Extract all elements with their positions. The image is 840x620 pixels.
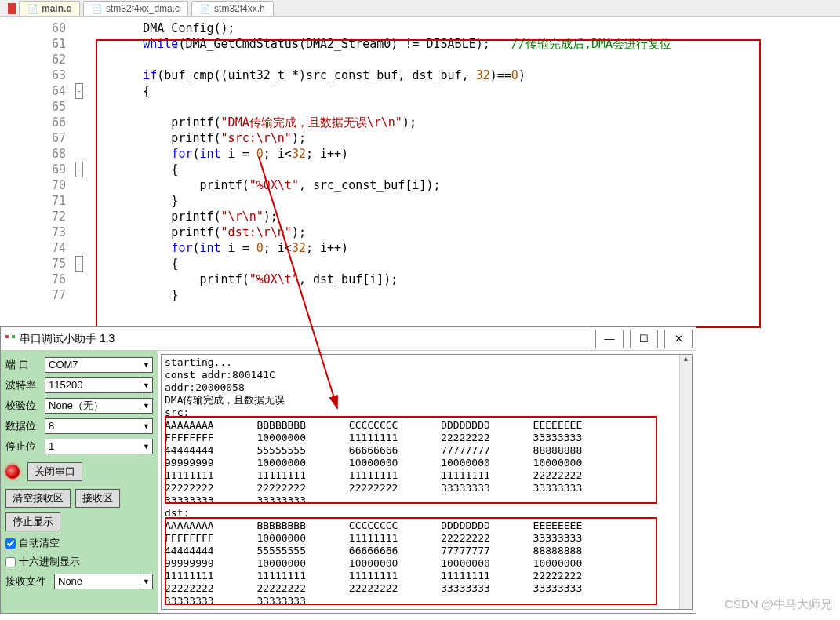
serial-output-panel[interactable]: starting... const addr:800141C addr:2000…	[161, 354, 693, 610]
serial-app-icon	[4, 334, 15, 345]
chevron-down-icon[interactable]: ▼	[140, 378, 152, 392]
hex-display-checkbox[interactable]	[5, 557, 16, 567]
chevron-down-icon[interactable]: ▼	[140, 419, 152, 433]
line-number: 61	[0, 36, 72, 52]
line-number: 65	[0, 99, 72, 115]
stopbits-combo[interactable]: 1▼	[45, 439, 153, 454]
rx-file-label: 接收文件	[5, 574, 49, 589]
code-line[interactable]	[86, 99, 671, 115]
app-icon	[8, 3, 16, 14]
watermark: CSDN @牛马大师兄	[725, 597, 832, 612]
line-number: 67	[0, 130, 72, 146]
line-number: 63	[0, 67, 72, 83]
close-button[interactable]: ✕	[664, 330, 693, 348]
code-line[interactable]: }	[86, 193, 671, 209]
tab-bar: 📄main.c📄stm32f4xx_dma.c📄stm32f4xx.h	[0, 0, 840, 17]
code-line[interactable]: while(DMA_GetCmdStatus(DMA2_Stream0) != …	[86, 36, 671, 52]
code-line[interactable]: }	[86, 287, 671, 303]
file-icon: 📄	[27, 4, 38, 14]
rx-file-combo[interactable]: None▼	[54, 574, 153, 589]
fold-toggle[interactable]: -	[75, 256, 83, 272]
line-number: 70	[0, 177, 72, 193]
file-tab[interactable]: 📄main.c	[19, 1, 80, 16]
serial-title-text: 串口调试小助手 1.3	[20, 332, 115, 346]
code-line[interactable]: if(buf_cmp((uint32_t *)src_const_buf, ds…	[86, 67, 671, 83]
code-line[interactable]: for(int i = 0; i<32; i++)	[86, 146, 671, 162]
stop-display-button[interactable]: 停止显示	[5, 512, 60, 531]
chevron-down-icon[interactable]: ▼	[140, 358, 152, 372]
data-label: 数据位	[5, 419, 40, 433]
baud-label: 波特率	[5, 378, 40, 392]
parity-label: 校验位	[5, 399, 40, 413]
tab-label: stm32f4xx.h	[214, 3, 265, 14]
hex-display-label: 十六进制显示	[19, 555, 80, 569]
code-line[interactable]: printf("src:\r\n");	[86, 130, 671, 146]
line-number: 74	[0, 240, 72, 256]
baud-combo[interactable]: 115200▼	[45, 377, 153, 393]
tab-label: main.c	[42, 3, 71, 14]
file-icon: 📄	[200, 4, 211, 14]
serial-titlebar[interactable]: 串口调试小助手 1.3 — ☐ ✕	[1, 327, 696, 351]
fold-toggle[interactable]: -	[75, 83, 83, 99]
code-line[interactable]: {	[86, 162, 671, 177]
line-number: 64	[0, 83, 72, 99]
clear-rx-button[interactable]: 清空接收区	[5, 489, 71, 508]
tab-label: stm32f4xx_dma.c	[106, 3, 180, 14]
serial-settings-panel: 端 口COM7▼ 波特率115200▼ 校验位None（无）▼ 数据位8▼ 停止…	[1, 351, 158, 613]
parity-combo[interactable]: None（无）▼	[45, 398, 153, 414]
serial-debug-window: 串口调试小助手 1.3 — ☐ ✕ 端 口COM7▼ 波特率115200▼ 校验…	[0, 326, 696, 614]
fold-toggle[interactable]: -	[75, 162, 83, 177]
line-number: 73	[0, 224, 72, 240]
maximize-button[interactable]: ☐	[630, 330, 658, 348]
code-line[interactable]: DMA_Config();	[86, 20, 671, 36]
databits-combo[interactable]: 8▼	[45, 418, 153, 434]
code-line[interactable]: printf("dst:\r\n");	[86, 224, 671, 240]
chevron-down-icon[interactable]: ▼	[140, 399, 152, 413]
code-line[interactable]: {	[86, 256, 671, 272]
line-number: 66	[0, 115, 72, 130]
code-line[interactable]: {	[86, 83, 671, 99]
chevron-down-icon[interactable]: ▼	[140, 439, 152, 454]
code-content[interactable]: DMA_Config(); while(DMA_GetCmdStatus(DMA…	[86, 17, 671, 303]
line-number: 62	[0, 52, 72, 67]
scrollbar[interactable]	[679, 355, 692, 609]
line-number: 75	[0, 256, 72, 272]
port-label: 端 口	[5, 358, 40, 372]
code-line[interactable]: for(int i = 0; i<32; i++)	[86, 240, 671, 256]
port-combo[interactable]: COM7▼	[45, 357, 153, 373]
line-number: 69	[0, 162, 72, 177]
code-line[interactable]: printf("%0X\t", dst_buf[i]);	[86, 272, 671, 287]
line-number: 71	[0, 193, 72, 209]
code-editor[interactable]: 606162636465666768697071727374757677 ---…	[0, 17, 840, 303]
minimize-button[interactable]: —	[595, 330, 624, 348]
file-icon: 📄	[92, 4, 103, 14]
close-port-button[interactable]: 关闭串口	[27, 462, 82, 481]
line-number: 76	[0, 272, 72, 287]
chevron-down-icon[interactable]: ▼	[140, 574, 152, 589]
serial-output-text: starting... const addr:800141C addr:2000…	[162, 355, 692, 609]
line-gutter: 606162636465666768697071727374757677	[0, 17, 72, 303]
code-line[interactable]	[86, 52, 671, 67]
line-number: 77	[0, 287, 72, 303]
line-number: 68	[0, 146, 72, 162]
auto-clear-label: 自动清空	[19, 536, 60, 550]
line-number: 60	[0, 20, 72, 36]
file-tab[interactable]: 📄stm32f4xx_dma.c	[83, 1, 188, 16]
code-line[interactable]: printf("DMA传输完成，且数据无误\r\n");	[86, 115, 671, 130]
code-line[interactable]: printf("%0X\t", src_const_buf[i]);	[86, 177, 671, 193]
fold-column[interactable]: ---	[72, 17, 86, 303]
line-number: 72	[0, 209, 72, 224]
rx-area-button[interactable]: 接收区	[75, 489, 120, 508]
auto-clear-checkbox[interactable]	[5, 538, 16, 549]
file-tab[interactable]: 📄stm32f4xx.h	[191, 1, 274, 16]
code-line[interactable]: printf("\r\n");	[86, 209, 671, 224]
stop-label: 停止位	[5, 439, 40, 454]
status-led-icon	[5, 465, 20, 479]
